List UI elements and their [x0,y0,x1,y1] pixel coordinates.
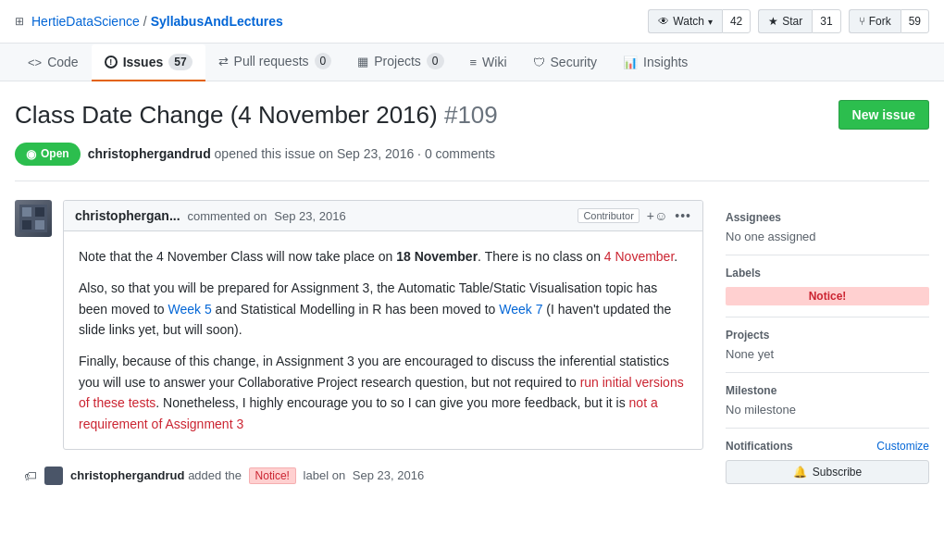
tab-issues[interactable]: ! Issues 57 [92,44,205,81]
week5-link[interactable]: Week 5 [168,302,212,317]
labels-title: Labels [726,267,929,280]
top-bar: ⊞ HertieDataScience / SyllabusAndLecture… [0,0,944,44]
eye-icon: 👁 [658,15,669,28]
repo-path: ⊞ HertieDataScience / SyllabusAndLecture… [15,14,283,29]
issue-main: christophergan... commented on Sep 23, 2… [15,200,703,495]
assignees-title: Assignees [726,211,929,224]
pr-badge: 0 [315,53,332,69]
nav-tabs: <> Code ! Issues 57 ⇄ Pull requests 0 ▦ … [0,44,944,81]
tab-insights[interactable]: 📊 Insights [610,45,701,81]
timeline-label: Notice! [249,467,296,484]
notifications-header: Notifications Customize [726,440,929,453]
issue-date: Sep 23, 2016 [337,146,414,161]
repo-icon: ⊞ [15,15,24,28]
security-icon: 🛡 [533,56,545,69]
avatar [15,200,52,237]
star-button[interactable]: ★ Star [758,9,812,33]
watch-count: 42 [722,9,751,33]
comment-author: christophergan... [75,208,180,223]
main-content: Class Date Change (4 November 2016) #109… [0,81,944,514]
fork-label: Fork [869,15,891,28]
notice-label: Notice! [726,287,929,305]
issue-title: Class Date Change (4 November 2016) #109 [15,100,498,131]
tab-wiki[interactable]: ≡ Wiki [457,45,520,81]
labels-section: Labels Notice! [726,255,929,317]
milestone-value: No milestone [726,403,929,417]
projects-section: Projects None yet [726,317,929,373]
timeline-item: 🏷 christophergandrud added the Notice! l… [15,457,703,485]
comment-para-3: Finally, because of this change, in Assi… [79,351,688,434]
projects-icon: ▦ [357,55,368,68]
svg-rect-3 [22,220,31,230]
issue-comments: 0 comments [425,146,495,161]
comment-box: christophergan... commented on Sep 23, 2… [15,200,703,450]
comment-header-right: Contributor +☺ ••• [578,208,691,223]
open-icon: ◉ [26,147,36,161]
insights-icon: 📊 [623,56,638,69]
customize-link[interactable]: Customize [876,440,929,453]
fork-group: ⑂ Fork 59 [849,9,929,33]
comment-action: commented on [187,209,267,223]
projects-value: None yet [726,347,929,361]
tab-projects[interactable]: ▦ Projects 0 [344,44,456,81]
code-icon: <> [28,56,42,69]
comment-body: Note that the 4 November Class will now … [64,231,702,449]
watch-label: Watch [673,15,704,28]
chevron-icon: ▾ [708,17,713,27]
org-link[interactable]: HertieDataScience [31,14,140,29]
timeline-author[interactable]: christophergandrud [70,468,185,482]
star-label: Star [782,15,802,28]
comment-para-1: Note that the 4 November Class will now … [79,246,688,267]
issue-title-row: Class Date Change (4 November 2016) #109… [15,100,929,131]
star-group: ★ Star 31 [758,9,840,33]
fork-button[interactable]: ⑂ Fork [849,9,901,33]
projects-badge: 0 [427,53,444,69]
more-button[interactable]: ••• [675,208,691,223]
timeline-avatar-small [44,467,63,485]
bell-icon: 🔔 [793,466,807,479]
action-buttons: 👁 Watch ▾ 42 ★ Star 31 ⑂ Fork 59 [648,9,929,33]
issues-icon: ! [105,56,118,68]
milestone-section: Milestone No milestone [726,373,929,429]
comment-para-2: Also, so that you will be prepared for A… [79,278,688,340]
week7-link[interactable]: Week 7 [499,302,542,317]
tab-code[interactable]: <> Code [15,45,92,81]
open-badge: ◉ Open [15,143,81,166]
comment-header: christophergan... commented on Sep 23, 2… [64,201,702,231]
notifications-title: Notifications [726,440,793,453]
issue-meta-text: christophergandrud opened this issue on … [88,146,495,161]
projects-title: Projects [726,329,929,342]
fork-icon: ⑂ [859,15,865,28]
issues-badge: 57 [168,54,192,70]
watch-button[interactable]: 👁 Watch ▾ [648,9,722,33]
repo-link[interactable]: SyllabusAndLectures [151,14,283,29]
assignees-value: No one assigned [726,230,929,243]
new-issue-button[interactable]: New issue [838,100,929,130]
comment-date: Sep 23, 2016 [274,209,345,223]
issue-meta: ◉ Open christophergandrud opened this is… [15,143,929,181]
milestone-title: Milestone [726,384,929,397]
svg-rect-2 [35,207,44,217]
issue-sidebar: Assignees No one assigned Labels Notice!… [726,200,929,495]
issue-author-link[interactable]: christophergandrud [88,146,211,161]
star-icon: ★ [768,15,778,28]
comment-header-left: christophergan... commented on Sep 23, 2… [75,208,346,223]
timeline-date: Sep 23, 2016 [353,468,424,482]
pr-icon: ⇄ [218,55,229,68]
wiki-icon: ≡ [470,56,478,69]
tab-security[interactable]: 🛡 Security [520,45,611,81]
notifications-section: Notifications Customize 🔔 Subscribe [726,429,929,495]
comment-content: christophergan... commented on Sep 23, 2… [63,200,703,450]
tab-pull-requests[interactable]: ⇄ Pull requests 0 [205,44,345,81]
issue-layout: christophergan... commented on Sep 23, 2… [15,200,929,495]
watch-group: 👁 Watch ▾ 42 [648,9,751,33]
assignees-section: Assignees No one assigned [726,200,929,255]
timeline-text: christophergandrud added the Notice! lab… [70,467,424,484]
subscribe-button[interactable]: 🔔 Subscribe [726,460,929,484]
fork-count: 59 [901,9,929,33]
emoji-button[interactable]: +☺ [647,208,667,223]
svg-rect-4 [35,220,44,230]
subscribe-label: Subscribe [813,466,862,479]
contributor-badge: Contributor [578,208,639,223]
issue-number: #109 [444,101,498,129]
